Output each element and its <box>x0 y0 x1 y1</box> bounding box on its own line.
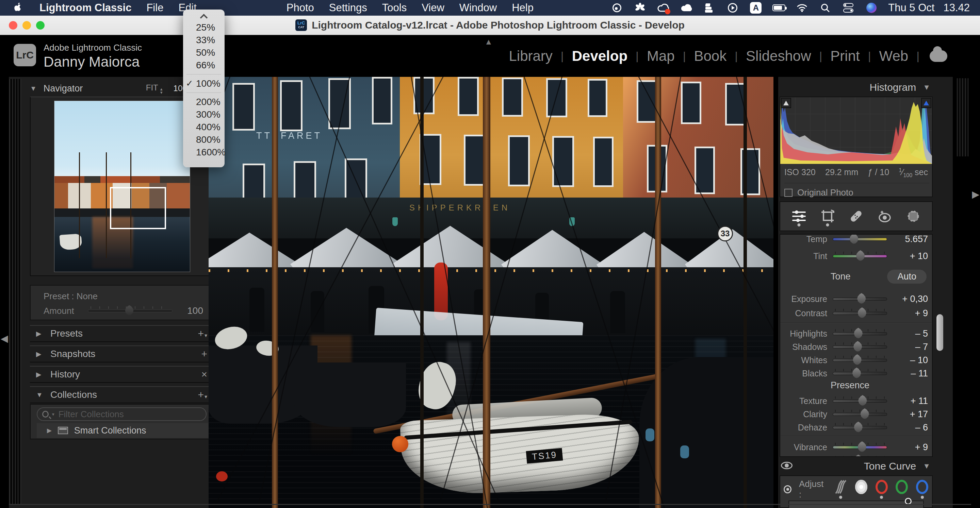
tint-slider[interactable] <box>833 255 887 258</box>
histogram-collapse-arrow[interactable]: ▼ <box>923 83 930 92</box>
zoom-option-66[interactable]: 66% <box>183 59 224 71</box>
show-right-panel-arrow[interactable]: ▶ <box>972 189 979 200</box>
zoom-option-50[interactable]: 50% <box>183 46 224 59</box>
tint-slider-thumb[interactable] <box>856 250 865 261</box>
zoom-option-33[interactable]: 33% <box>183 34 224 46</box>
temp-slider-thumb[interactable] <box>850 234 859 244</box>
apple-menu-icon[interactable] <box>11 2 24 14</box>
healing-tool[interactable] <box>848 206 864 227</box>
histogram-chart[interactable] <box>780 97 932 164</box>
module-web[interactable]: Web <box>879 48 908 64</box>
shadows-slider[interactable] <box>833 346 887 349</box>
contrast-slider[interactable] <box>833 312 887 315</box>
navigator-fit-control[interactable]: FIT▲▼ <box>146 83 163 94</box>
zoom-option-1600[interactable]: 1600% <box>183 146 224 159</box>
onedrive-cloud-icon[interactable] <box>680 2 693 14</box>
navigator-collapse-arrow[interactable]: ▼ <box>30 85 37 92</box>
module-book[interactable]: Book <box>694 48 727 64</box>
control-center-icon[interactable] <box>842 2 855 14</box>
tone-curve-point[interactable] <box>905 498 912 505</box>
record-icon[interactable] <box>611 2 624 14</box>
collections-section-header[interactable]: ▼ Collections +▾ <box>30 386 213 403</box>
menu-window[interactable]: Window <box>460 2 497 14</box>
menubar-clock[interactable]: Thu 5 Oct 13.42 <box>888 2 970 14</box>
scroll-up-chevron-icon[interactable] <box>200 14 208 22</box>
clarity-slider[interactable] <box>833 413 887 416</box>
add-preset-button[interactable]: +▾ <box>198 328 207 339</box>
original-photo-row[interactable]: Original Photo <box>784 183 929 198</box>
shadows-slider-thumb[interactable] <box>853 341 862 352</box>
presets-section-header[interactable]: ▶ Presets +▾ <box>30 325 213 342</box>
add-collection-button[interactable]: +▾ <box>198 389 207 400</box>
menu-help[interactable]: Help <box>512 2 533 14</box>
cloud-sync-icon[interactable] <box>930 50 947 62</box>
smart-collections-row[interactable]: ▶ Smart Collections <box>37 423 211 438</box>
presets-expand-arrow[interactable]: ▶ <box>36 330 50 338</box>
parametric-curve-button[interactable] <box>834 480 847 499</box>
targeted-adjustment-icon[interactable] <box>784 485 791 494</box>
crop-tool[interactable] <box>819 206 836 227</box>
menu-settings[interactable]: Settings <box>329 2 367 14</box>
exposure-slider-thumb[interactable] <box>857 293 866 304</box>
module-develop[interactable]: Develop <box>572 48 627 64</box>
amount-slider[interactable] <box>88 310 172 313</box>
stage-manager-icon[interactable] <box>703 2 716 14</box>
menu-view[interactable]: View <box>422 2 444 14</box>
close-window-button[interactable] <box>9 21 18 30</box>
snapshots-section-header[interactable]: ▶ Snapshots + <box>30 346 213 362</box>
history-expand-arrow[interactable]: ▶ <box>36 370 50 378</box>
original-photo-checkbox[interactable] <box>784 189 792 197</box>
temp-slider[interactable] <box>833 238 887 241</box>
battery-icon[interactable] <box>772 2 785 14</box>
snapshots-expand-arrow[interactable]: ▶ <box>36 350 50 358</box>
filter-collections-input[interactable] <box>58 409 201 420</box>
siri-icon[interactable] <box>865 2 878 14</box>
texture-slider-thumb[interactable] <box>858 395 867 406</box>
creative-cloud-icon[interactable] <box>657 2 670 14</box>
amount-slider-thumb[interactable] <box>125 305 134 316</box>
zoom-option-800[interactable]: 800% <box>183 133 224 146</box>
show-left-panel-arrow[interactable]: ◀ <box>1 333 8 344</box>
hide-top-panel-arrow[interactable]: ▲ <box>485 37 493 47</box>
spotlight-icon[interactable] <box>819 2 832 14</box>
smart-collections-expand-arrow[interactable]: ▶ <box>47 427 52 434</box>
blacks-slider-thumb[interactable] <box>852 368 861 378</box>
zoom-window-button[interactable] <box>36 21 45 30</box>
clarity-slider-thumb[interactable] <box>860 408 869 419</box>
input-source-a-icon[interactable]: A <box>749 2 762 14</box>
panel-switch-eye-icon[interactable] <box>781 462 792 469</box>
minimize-window-button[interactable] <box>22 21 31 30</box>
green-channel-button[interactable] <box>895 480 908 499</box>
collections-expand-arrow[interactable]: ▼ <box>36 391 50 399</box>
add-snapshot-button[interactable]: + <box>201 348 207 360</box>
histogram-header[interactable]: Histogram ▼ <box>870 82 930 93</box>
navigator-zoom-rectangle[interactable] <box>110 187 166 229</box>
blue-channel-button[interactable] <box>916 480 929 499</box>
module-library[interactable]: Library <box>509 48 552 64</box>
basic-adjustments-tool[interactable] <box>791 206 807 227</box>
whites-slider-thumb[interactable] <box>853 354 862 365</box>
menubar-app-name[interactable]: Lightroom Classic <box>40 2 131 14</box>
zoom-option-300[interactable]: 300% <box>183 108 224 121</box>
tone-curve-collapse-arrow[interactable]: ▼ <box>923 462 930 471</box>
highlights-slider-thumb[interactable] <box>854 328 863 338</box>
petal-icon[interactable] <box>633 2 646 14</box>
point-curve-button[interactable] <box>855 480 868 499</box>
zoom-option-200[interactable]: 200% <box>183 95 224 108</box>
module-slideshow[interactable]: Slideshow <box>746 48 811 64</box>
highlights-slider[interactable] <box>833 332 887 335</box>
right-panel-scrollbar[interactable] <box>937 314 943 351</box>
vibrance-slider[interactable] <box>833 446 887 449</box>
masking-tool[interactable] <box>905 206 921 227</box>
exposure-slider[interactable] <box>833 297 887 301</box>
zoom-option-100-selected[interactable]: ✓ 100% <box>183 77 224 90</box>
blacks-slider[interactable] <box>833 372 887 375</box>
red-channel-button[interactable] <box>875 480 888 499</box>
contrast-slider-thumb[interactable] <box>858 307 867 318</box>
filter-collections-field[interactable]: ▾ <box>37 407 207 421</box>
tone-curve-header[interactable]: Tone Curve ▼ <box>864 460 930 472</box>
red-eye-tool[interactable] <box>877 206 893 227</box>
saturation-slider-thumb[interactable] <box>854 455 863 457</box>
module-map[interactable]: Map <box>647 48 675 64</box>
whites-slider[interactable] <box>833 359 887 362</box>
